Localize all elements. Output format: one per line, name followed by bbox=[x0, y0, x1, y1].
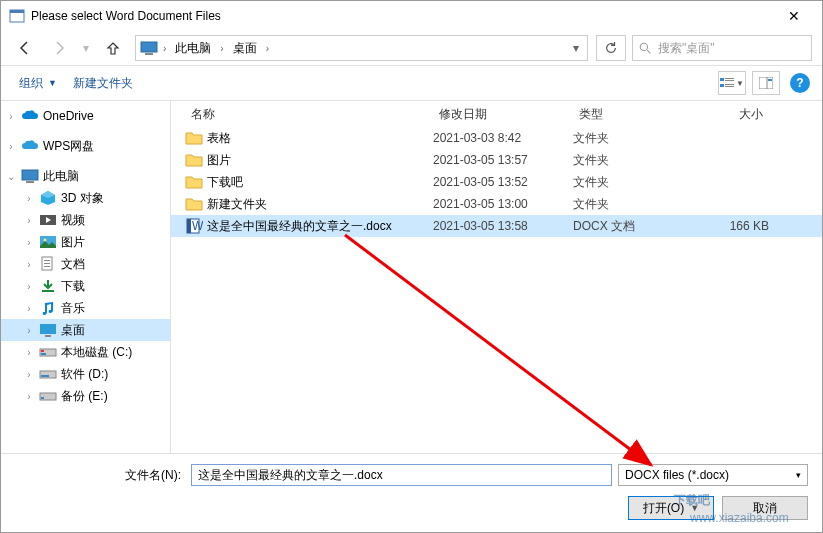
cloud-icon bbox=[21, 138, 39, 154]
svg-rect-33 bbox=[41, 397, 44, 399]
svg-rect-29 bbox=[41, 350, 44, 352]
view-options-button[interactable]: ▼ bbox=[718, 71, 746, 95]
sidebar-thispc[interactable]: ⌄此电脑 bbox=[1, 165, 170, 187]
file-size: 166 KB bbox=[689, 219, 769, 233]
organize-menu[interactable]: 组织▼ bbox=[13, 71, 63, 96]
search-input[interactable]: 搜索"桌面" bbox=[632, 35, 812, 61]
file-date: 2021-03-05 13:57 bbox=[433, 153, 573, 167]
file-date: 2021-03-05 13:52 bbox=[433, 175, 573, 189]
sidebar-desktop[interactable]: ›桌面 bbox=[1, 319, 170, 341]
svg-rect-1 bbox=[10, 10, 24, 13]
pictures-icon bbox=[39, 234, 57, 250]
file-type: 文件夹 bbox=[573, 174, 689, 191]
close-button[interactable]: ✕ bbox=[774, 1, 814, 31]
cloud-icon bbox=[21, 108, 39, 124]
address-bar[interactable]: › 此电脑 › 桌面 › ▾ bbox=[135, 35, 588, 61]
download-icon bbox=[39, 278, 57, 294]
svg-rect-35 bbox=[187, 219, 191, 233]
svg-rect-12 bbox=[759, 77, 773, 89]
new-folder-button[interactable]: 新建文件夹 bbox=[67, 71, 139, 96]
column-headers: 名称 修改日期 类型 大小 bbox=[171, 101, 822, 127]
file-type: 文件夹 bbox=[573, 130, 689, 147]
column-name[interactable]: 名称 bbox=[185, 106, 433, 123]
file-row[interactable]: 新建文件夹2021-03-05 13:00文件夹 bbox=[171, 193, 822, 215]
sidebar-3dobjects[interactable]: ›3D 对象 bbox=[1, 187, 170, 209]
file-type: 文件夹 bbox=[573, 152, 689, 169]
svg-line-5 bbox=[647, 50, 650, 53]
sidebar-diske[interactable]: ›备份 (E:) bbox=[1, 385, 170, 407]
column-date[interactable]: 修改日期 bbox=[433, 106, 573, 123]
sidebar-documents[interactable]: ›文档 bbox=[1, 253, 170, 275]
file-type: 文件夹 bbox=[573, 196, 689, 213]
bottom-bar: 文件名(N): DOCX files (*.docx)▾ 打开(O)▼ 取消 bbox=[1, 453, 822, 524]
svg-rect-11 bbox=[725, 86, 734, 87]
sidebar-onedrive[interactable]: ›OneDrive bbox=[1, 105, 170, 127]
file-type: DOCX 文档 bbox=[573, 218, 689, 235]
svg-rect-2 bbox=[141, 42, 157, 52]
svg-rect-21 bbox=[44, 260, 50, 261]
drive-icon bbox=[39, 366, 57, 382]
svg-rect-9 bbox=[720, 84, 724, 87]
sidebar: ›OneDrive ›WPS网盘 ⌄此电脑 ›3D 对象 ›视频 ›图片 ›文档… bbox=[1, 101, 171, 453]
svg-rect-31 bbox=[41, 375, 49, 377]
help-button[interactable]: ? bbox=[790, 73, 810, 93]
svg-point-4 bbox=[640, 43, 647, 50]
breadcrumb-desktop[interactable]: 桌面 bbox=[229, 39, 261, 58]
address-dropdown-icon[interactable]: ▾ bbox=[569, 41, 583, 55]
cancel-button[interactable]: 取消 bbox=[722, 496, 808, 520]
chevron-right-icon: › bbox=[218, 43, 225, 54]
file-row[interactable]: 下载吧2021-03-05 13:52文件夹 bbox=[171, 171, 822, 193]
pc-icon bbox=[21, 168, 39, 184]
file-list-pane: 名称 修改日期 类型 大小 表格2021-03-03 8:42文件夹图片2021… bbox=[171, 101, 822, 453]
folder-icon bbox=[185, 174, 203, 190]
sidebar-pictures[interactable]: ›图片 bbox=[1, 231, 170, 253]
filetype-filter[interactable]: DOCX files (*.docx)▾ bbox=[618, 464, 808, 486]
file-row[interactable]: W这是全中国最经典的文章之一.docx2021-03-05 13:58DOCX … bbox=[171, 215, 822, 237]
svg-rect-22 bbox=[44, 263, 50, 264]
back-button[interactable] bbox=[11, 34, 39, 62]
open-button[interactable]: 打开(O)▼ bbox=[628, 496, 714, 520]
search-icon bbox=[639, 42, 652, 55]
sidebar-wps[interactable]: ›WPS网盘 bbox=[1, 135, 170, 157]
split-dropdown-icon[interactable]: ▼ bbox=[690, 503, 699, 513]
refresh-button[interactable] bbox=[596, 35, 626, 61]
file-list: 表格2021-03-03 8:42文件夹图片2021-03-05 13:57文件… bbox=[171, 127, 822, 237]
chevron-down-icon: ▾ bbox=[796, 470, 801, 480]
filename-label: 文件名(N): bbox=[15, 467, 185, 484]
folder-icon bbox=[185, 196, 203, 212]
drive-icon bbox=[39, 388, 57, 404]
svg-text:W: W bbox=[192, 219, 203, 233]
svg-rect-14 bbox=[768, 79, 772, 81]
sidebar-diskd[interactable]: ›软件 (D:) bbox=[1, 363, 170, 385]
file-row[interactable]: 表格2021-03-03 8:42文件夹 bbox=[171, 127, 822, 149]
column-size[interactable]: 大小 bbox=[689, 106, 769, 123]
video-icon bbox=[39, 212, 57, 228]
sidebar-diskc[interactable]: ›本地磁盘 (C:) bbox=[1, 341, 170, 363]
sidebar-downloads[interactable]: ›下载 bbox=[1, 275, 170, 297]
column-type[interactable]: 类型 bbox=[573, 106, 689, 123]
titlebar: Please select Word Document Files ✕ bbox=[1, 1, 822, 31]
documents-icon bbox=[39, 256, 57, 272]
svg-rect-28 bbox=[41, 353, 46, 355]
svg-rect-23 bbox=[44, 266, 50, 267]
svg-rect-6 bbox=[720, 78, 724, 81]
svg-rect-10 bbox=[725, 84, 734, 85]
sidebar-music[interactable]: ›音乐 bbox=[1, 297, 170, 319]
file-name: 图片 bbox=[207, 152, 433, 169]
svg-rect-25 bbox=[40, 324, 56, 334]
svg-rect-24 bbox=[42, 290, 54, 292]
svg-rect-26 bbox=[45, 335, 51, 337]
svg-rect-8 bbox=[725, 80, 734, 81]
forward-button[interactable] bbox=[45, 34, 73, 62]
recent-dropdown[interactable]: ▾ bbox=[79, 34, 93, 62]
preview-pane-button[interactable] bbox=[752, 71, 780, 95]
breadcrumb-thispc[interactable]: 此电脑 bbox=[171, 39, 215, 58]
folder-icon bbox=[185, 130, 203, 146]
up-button[interactable] bbox=[99, 34, 127, 62]
filename-input[interactable] bbox=[191, 464, 612, 486]
file-name: 这是全中国最经典的文章之一.docx bbox=[207, 218, 433, 235]
music-icon bbox=[39, 300, 57, 316]
chevron-right-icon: › bbox=[264, 43, 271, 54]
file-row[interactable]: 图片2021-03-05 13:57文件夹 bbox=[171, 149, 822, 171]
sidebar-videos[interactable]: ›视频 bbox=[1, 209, 170, 231]
